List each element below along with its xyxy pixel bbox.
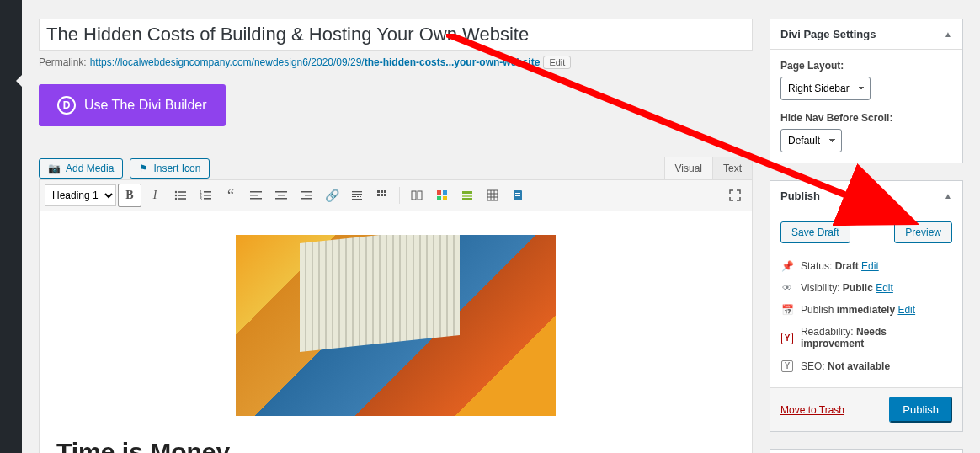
svg-rect-26 bbox=[381, 190, 383, 193]
featured-image bbox=[236, 235, 556, 416]
active-menu-indicator bbox=[16, 74, 23, 88]
calendar-icon: 📅 bbox=[780, 304, 794, 316]
svg-rect-12 bbox=[250, 191, 262, 193]
save-draft-button[interactable]: Save Draft bbox=[780, 221, 850, 243]
svg-rect-1 bbox=[178, 191, 186, 193]
fullscreen-button[interactable] bbox=[723, 184, 747, 207]
svg-rect-29 bbox=[381, 194, 383, 196]
align-left-button[interactable] bbox=[244, 184, 268, 207]
svg-rect-36 bbox=[443, 196, 447, 200]
svg-rect-32 bbox=[418, 191, 422, 200]
svg-rect-38 bbox=[462, 195, 472, 197]
svg-rect-35 bbox=[437, 196, 441, 200]
toolbar-separator bbox=[399, 187, 400, 204]
permalink-link[interactable]: https://localwebdesigncompany.com/newdes… bbox=[90, 56, 541, 68]
svg-rect-17 bbox=[275, 198, 287, 200]
wpforms-button[interactable] bbox=[506, 184, 530, 207]
insert-table-button[interactable] bbox=[481, 184, 504, 207]
svg-rect-33 bbox=[437, 190, 441, 195]
svg-rect-34 bbox=[443, 190, 447, 195]
hide-nav-label: Hide Nav Before Scroll: bbox=[780, 112, 952, 124]
pin-icon: 📌 bbox=[780, 260, 794, 272]
svg-rect-20 bbox=[301, 198, 312, 200]
preview-button[interactable]: Preview bbox=[894, 221, 952, 243]
permalink-label: Permalink: bbox=[39, 56, 87, 68]
svg-rect-3 bbox=[178, 195, 186, 196]
italic-button[interactable]: I bbox=[143, 184, 167, 207]
svg-rect-21 bbox=[352, 191, 362, 192]
svg-point-0 bbox=[175, 191, 177, 193]
edit-slug-button[interactable]: Edit bbox=[543, 56, 571, 69]
page-layout-select[interactable]: Right Sidebar bbox=[780, 77, 871, 100]
tablepress-button[interactable] bbox=[455, 184, 479, 207]
flag-icon: ⚑ bbox=[139, 163, 148, 174]
format-select[interactable]: Heading 1 bbox=[45, 184, 116, 206]
admin-sidebar[interactable] bbox=[0, 0, 22, 453]
svg-rect-40 bbox=[487, 190, 498, 200]
blockquote-button[interactable]: “ bbox=[219, 184, 242, 207]
svg-rect-16 bbox=[278, 195, 285, 196]
editor-content[interactable]: Time is Money bbox=[40, 211, 752, 453]
edit-schedule-link[interactable]: Edit bbox=[897, 304, 915, 316]
add-media-button[interactable]: 📷 Add Media bbox=[39, 158, 123, 179]
edit-visibility-link[interactable]: Edit bbox=[876, 282, 893, 294]
bold-button[interactable]: B bbox=[118, 184, 141, 207]
publish-panel: Publish▲ Save Draft Preview 📌Status: Dra… bbox=[770, 180, 963, 432]
svg-rect-31 bbox=[412, 191, 416, 200]
content-heading: Time is Money bbox=[56, 438, 735, 453]
insert-icon-button[interactable]: ⚑ Insert Icon bbox=[130, 158, 210, 179]
align-center-button[interactable] bbox=[269, 184, 293, 207]
svg-point-4 bbox=[175, 198, 177, 200]
yoast-seo-icon: Y bbox=[780, 360, 794, 372]
svg-rect-37 bbox=[462, 191, 472, 194]
tab-visual[interactable]: Visual bbox=[664, 157, 713, 179]
editor: Heading 1 B I 123 “ 🔗 bbox=[39, 179, 753, 453]
svg-rect-19 bbox=[305, 195, 312, 196]
divi-logo-icon: D bbox=[57, 96, 76, 115]
svg-rect-47 bbox=[515, 195, 520, 196]
permalink-row: Permalink: https://localwebdesigncompany… bbox=[39, 56, 753, 69]
svg-rect-13 bbox=[250, 195, 258, 196]
format-panel-header[interactable]: Format▲ bbox=[770, 450, 962, 453]
link-button[interactable]: 🔗 bbox=[320, 184, 344, 207]
svg-rect-14 bbox=[250, 198, 262, 200]
camera-icon: 📷 bbox=[48, 163, 61, 174]
columns-button[interactable] bbox=[405, 184, 429, 207]
bullet-list-button[interactable] bbox=[168, 184, 192, 207]
eye-icon: 👁 bbox=[780, 282, 794, 294]
align-right-button[interactable] bbox=[295, 184, 318, 207]
move-to-trash-link[interactable]: Move to Trash bbox=[780, 404, 844, 416]
svg-rect-39 bbox=[462, 198, 472, 200]
insert-more-button[interactable] bbox=[345, 184, 369, 207]
svg-rect-22 bbox=[352, 194, 362, 195]
color-grid-button[interactable] bbox=[430, 184, 454, 207]
collapse-icon: ▲ bbox=[944, 29, 952, 39]
numbered-list-button[interactable]: 123 bbox=[194, 184, 217, 207]
svg-rect-11 bbox=[204, 198, 211, 200]
svg-rect-24 bbox=[352, 199, 362, 200]
use-divi-builder-button[interactable]: D Use The Divi Builder bbox=[39, 84, 226, 126]
svg-rect-25 bbox=[377, 190, 380, 193]
format-panel: Format▲ 📌 Standard bbox=[770, 449, 963, 453]
page-layout-label: Page Layout: bbox=[780, 60, 952, 72]
hide-nav-select[interactable]: Default bbox=[780, 129, 842, 152]
publish-panel-header[interactable]: Publish▲ bbox=[770, 181, 962, 211]
tab-text[interactable]: Text bbox=[713, 157, 753, 179]
svg-rect-18 bbox=[301, 191, 312, 193]
toolbar-toggle-button[interactable] bbox=[370, 184, 394, 207]
svg-rect-30 bbox=[384, 194, 386, 196]
svg-rect-15 bbox=[275, 191, 287, 193]
post-title-input[interactable] bbox=[39, 19, 753, 51]
svg-rect-7 bbox=[204, 191, 211, 193]
svg-rect-27 bbox=[384, 190, 386, 193]
edit-status-link[interactable]: Edit bbox=[861, 260, 879, 272]
divi-panel-header[interactable]: Divi Page Settings▲ bbox=[770, 19, 962, 50]
publish-button[interactable]: Publish bbox=[889, 397, 952, 423]
editor-toolbar: Heading 1 B I 123 “ 🔗 bbox=[40, 180, 752, 211]
svg-rect-5 bbox=[178, 198, 186, 200]
svg-rect-9 bbox=[204, 195, 211, 196]
divi-settings-panel: Divi Page Settings▲ Page Layout: Right S… bbox=[770, 19, 963, 163]
svg-rect-46 bbox=[515, 193, 520, 194]
collapse-icon: ▲ bbox=[944, 191, 952, 200]
yoast-readability-icon: Y bbox=[780, 332, 794, 344]
